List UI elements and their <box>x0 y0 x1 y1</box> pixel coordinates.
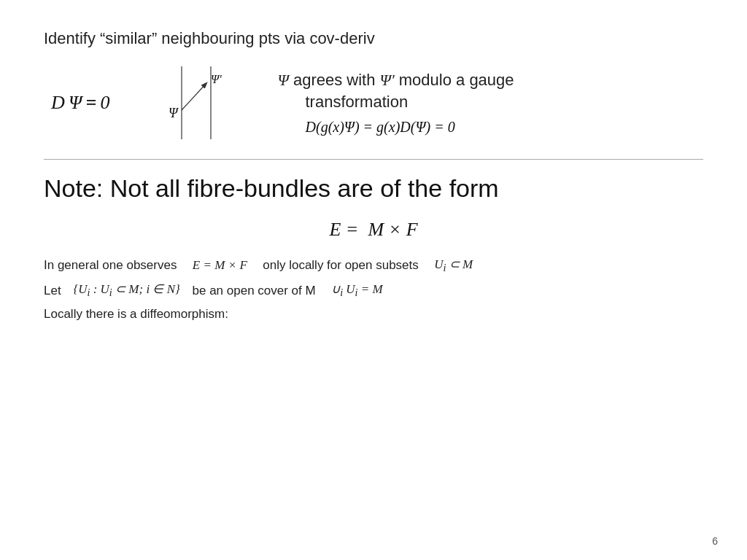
line2: Let {Ui : Ui ⊂ M; i ∈ N} be an open cove… <box>44 281 703 299</box>
note-title: Note: Not all fibre-bundles are of the f… <box>44 174 703 203</box>
agrees-with-text: agrees with <box>293 71 376 90</box>
line1-set: Ui ⊂ M <box>434 257 473 274</box>
modulo-text: modulo a gauge <box>399 71 514 90</box>
note-section: Note: Not all fibre-bundles are of the f… <box>44 174 703 322</box>
line1-prefix: In general one observes <box>44 258 177 273</box>
dpsi-equation: D Ψ = 0 <box>51 92 110 114</box>
agrees-line: Ψ agrees with Ψ′ modulo a gauge <box>278 71 514 90</box>
divider <box>44 159 703 160</box>
slide-title: Identify “similar” neighbouring pts via … <box>44 29 703 48</box>
psi-symbol-right: Ψ <box>278 71 289 90</box>
line1-suffix: only locally for open subsets <box>263 258 419 273</box>
main-equation-block: D Ψ = 0 <box>51 92 110 114</box>
center-formula: E = M × F <box>44 219 703 241</box>
line2-prefix: Let <box>44 284 61 298</box>
slide: Identify “similar” neighbouring pts via … <box>0 0 747 560</box>
psi-diagram-svg: Ψ Ψ′ <box>154 63 241 143</box>
top-section: Identify “similar” neighbouring pts via … <box>44 29 703 143</box>
line3: Locally there is a diffeomorphism: <box>44 307 703 322</box>
diagram-row: D Ψ = 0 Ψ <box>51 63 703 143</box>
svg-text:Ψ: Ψ <box>169 106 179 120</box>
svg-line-2 <box>182 83 206 110</box>
page-number: 6 <box>712 535 718 547</box>
right-description: Ψ agrees with Ψ′ modulo a gauge transfor… <box>278 71 514 136</box>
covariant-formula: D(g(x)Ψ) = g(x)D(Ψ) = 0 <box>306 119 514 136</box>
psi-prime-symbol: Ψ′ <box>379 71 394 90</box>
transformation-text: transformation <box>306 93 514 112</box>
line2-set: {Ui : Ui ⊂ M; i ∈ N} <box>73 281 179 299</box>
diagram-figure: Ψ Ψ′ <box>154 63 241 143</box>
line2-union: ∪i Ui = M <box>331 281 383 299</box>
line2-middle: be an open cover of M <box>193 284 316 298</box>
line1-formula: E = M × F <box>193 258 247 273</box>
line1: In general one observes E = M × F only l… <box>44 257 703 274</box>
svg-text:Ψ′: Ψ′ <box>211 73 222 85</box>
